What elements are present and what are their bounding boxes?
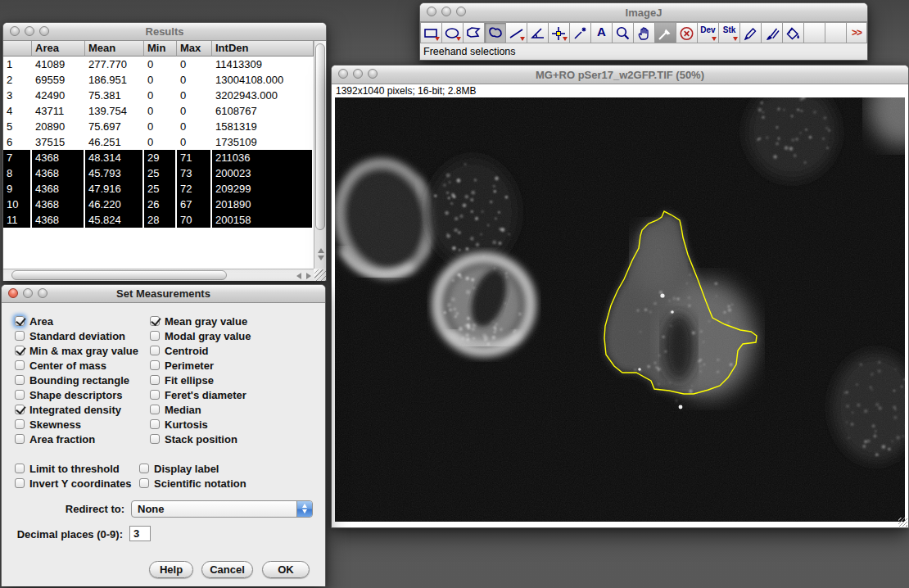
checkbox-center-of-mass[interactable] [15,360,25,370]
vertical-scrollbar[interactable] [314,41,326,269]
checkbox-limit-to-threshold[interactable] [15,464,25,473]
redirect-to-dropdown[interactable]: None [131,500,313,518]
column-header[interactable]: Max [177,41,212,57]
checkbox-stack-position[interactable] [150,434,160,444]
checkbox-min-max-gray-value[interactable] [15,346,25,355]
table-row[interactable]: 141089277.7700011413309 [3,57,326,72]
cancel-button[interactable]: Cancel [201,561,253,578]
results-titlebar[interactable]: Results [3,23,326,41]
column-header[interactable]: Mean [85,41,144,57]
checkbox-standard-deviation[interactable] [15,331,25,341]
tool-brush-button[interactable] [761,22,782,43]
close-button[interactable] [338,69,348,79]
checkbox-median[interactable] [150,405,160,414]
tool-hand-button[interactable] [633,22,654,43]
table-row[interactable]: 11436845.8242870200158 [3,212,326,228]
tool-dev-button[interactable]: Dev [697,22,718,43]
tool-wand-button[interactable] [569,22,590,43]
table-row[interactable]: 34249075.381003202943.000 [3,88,326,103]
checkbox-fit-ellipse[interactable] [150,375,160,385]
scroll-right-icon[interactable] [306,273,314,279]
tool-text-button[interactable]: A [590,22,612,43]
imagej-titlebar[interactable]: ImageJ [420,3,867,22]
checkbox-shape-descriptors[interactable] [15,390,25,400]
table-cell: 3202943.000 [212,88,314,103]
scroll-up-icon[interactable] [318,248,324,253]
help-button[interactable]: Help [149,561,193,578]
tool-command-x-button[interactable] [676,22,697,43]
decimal-places-input[interactable] [129,526,151,541]
checkbox-scientific-notation[interactable] [139,478,149,488]
minimize-button[interactable] [441,7,451,16]
tool-pencil-button[interactable] [739,22,761,43]
table-row[interactable]: 443711139.754006108767 [3,103,326,119]
window-title: MG+RO pSer17_w2GFP.TIF (50%) [536,69,704,81]
tool-zoom-button[interactable] [612,22,633,43]
vertical-scrollbar-thumb[interactable] [315,43,325,230]
checkbox-bounding-rectangle[interactable] [15,375,25,385]
column-header[interactable]: Area [32,41,85,57]
minimize-button[interactable] [25,26,34,36]
tool-angle-button[interactable] [527,22,548,43]
table-row[interactable]: 9436847.9162572209299 [3,181,326,197]
checkbox-invert-y-coordinates[interactable] [15,478,25,488]
checkbox-modal-gray-value[interactable] [150,331,160,341]
checkbox-kurtosis[interactable] [150,419,160,429]
tool-freehand-button[interactable] [484,22,505,43]
column-header[interactable]: IntDen [212,41,314,57]
checkbox-mean-gray-value[interactable] [150,316,160,326]
image-titlebar[interactable]: MG+RO pSer17_w2GFP.TIF (50%) [332,66,908,84]
table-row[interactable]: 269559186.9510013004108.000 [3,72,326,88]
checkbox-feret-s-diameter[interactable] [150,390,160,400]
set-measurements-titlebar[interactable]: Set Measurements [2,285,325,303]
tool-dropper-button[interactable] [654,22,676,43]
tool-oval-button[interactable] [441,22,463,43]
tool-fill-button[interactable] [782,22,803,43]
close-button[interactable] [8,288,18,298]
ok-button[interactable]: OK [262,561,310,578]
scroll-down-icon[interactable] [318,256,324,260]
set-measurements-dialog: Set Measurements AreaStandard deviationM… [1,284,326,586]
table-cell: 75.697 [85,119,144,134]
checkbox-perimeter[interactable] [150,360,160,370]
table-row[interactable]: 63751546.251001735109 [3,134,326,150]
minimize-button[interactable] [353,69,363,79]
resize-grip[interactable] [898,518,907,527]
checkbox-skewness[interactable] [15,419,25,429]
resize-grip[interactable] [314,269,326,281]
checkbox-integrated-density[interactable] [15,405,25,414]
close-button[interactable] [10,26,20,36]
tool-polygon-button[interactable] [463,22,484,43]
table-row[interactable]: 8436845.7932573200023 [3,165,326,181]
zoom-button[interactable] [39,26,49,36]
checkbox-row: Modal gray value [150,328,314,343]
table-row[interactable]: 52089075.697001581319 [3,119,326,134]
zoom-button[interactable] [368,69,378,79]
scroll-left-icon[interactable] [293,273,301,279]
horizontal-scrollbar-thumb[interactable] [11,270,227,280]
checkbox-area-fraction[interactable] [15,434,25,444]
checkbox-display-label[interactable] [139,464,149,473]
table-row[interactable]: 10436846.2202667201890 [3,197,326,212]
column-header[interactable]: Min [144,41,177,57]
tool-stk-button[interactable]: Stk [718,22,739,43]
zoom-button[interactable] [38,288,47,298]
tool-line-button[interactable] [505,22,527,43]
tool-point-button[interactable] [548,22,569,43]
table-row[interactable]: 7436848.3142971211036 [3,150,326,165]
tool-more-button[interactable]: >> [846,22,867,43]
measurements-column-right: Mean gray valueModal gray valueCentroidP… [150,314,314,446]
minimize-button[interactable] [23,288,33,298]
checkbox-centroid[interactable] [150,346,160,355]
table-cell: 200023 [212,165,314,181]
horizontal-scrollbar[interactable] [3,269,314,281]
tool-rectangle-button[interactable] [420,22,441,43]
image-canvas[interactable] [335,97,905,522]
checkbox-area[interactable] [15,316,25,326]
dropdown-triangle-icon [563,37,568,41]
desktop: { "results": { "title": "Results", "colu… [0,0,909,588]
column-header[interactable] [3,41,32,57]
table-cell: 67 [177,197,212,212]
zoom-button[interactable] [456,7,466,16]
close-button[interactable] [427,7,436,16]
